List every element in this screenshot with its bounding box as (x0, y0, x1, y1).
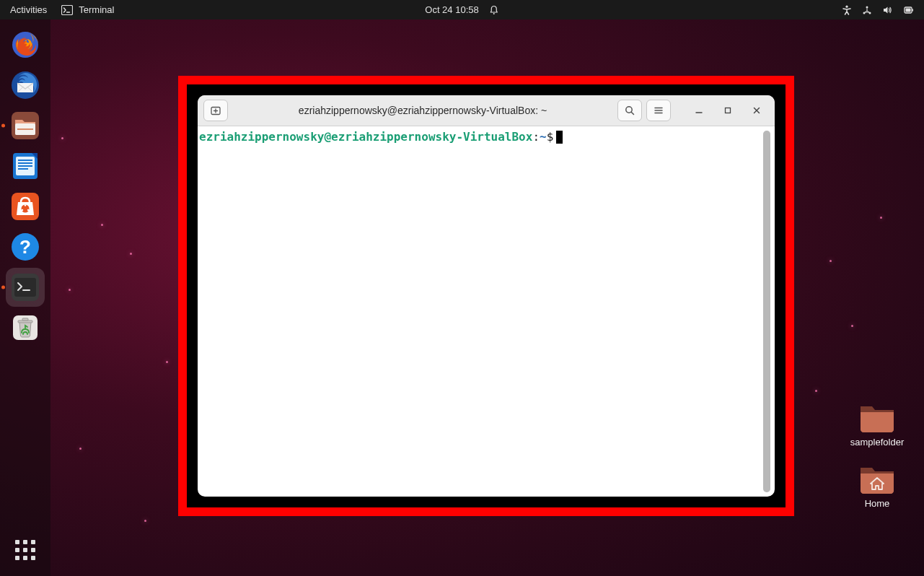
topbar: Activities Terminal Oct 24 10:58 (0, 0, 924, 19)
svg-point-23 (25, 204, 26, 206)
running-indicator-dot (1, 286, 5, 289)
dock: ? (0, 19, 50, 576)
prompt-userhost: ezriahzippernowsky@ezriahzippernowsky-Vi… (199, 130, 532, 144)
cursor (556, 131, 563, 144)
terminal-titlebar[interactable]: ezriahzippernowsky@ezriahzippernowsky-Vi… (198, 95, 775, 126)
running-indicator-dot (1, 124, 5, 128)
ubuntu-software-icon (9, 191, 41, 222)
thunderbird-icon (9, 69, 41, 101)
hamburger-icon (653, 105, 664, 116)
dock-item-thunderbird[interactable] (6, 66, 45, 105)
minimize-icon (695, 106, 703, 115)
svg-rect-14 (17, 128, 33, 130)
terminal-icon (61, 5, 73, 15)
svg-rect-0 (62, 5, 73, 14)
svg-rect-17 (18, 160, 32, 161)
network-icon[interactable] (862, 5, 872, 15)
desktop-home[interactable]: Home (845, 462, 910, 509)
dock-item-ubuntu-software[interactable] (6, 187, 45, 226)
svg-point-4 (866, 6, 868, 8)
dock-item-libreoffice-writer[interactable] (6, 147, 45, 186)
desktop-icon-label: Home (865, 498, 890, 509)
scrollbar-thumb[interactable] (763, 131, 770, 492)
svg-rect-18 (18, 162, 32, 164)
desktop-icons: samplefolder Home (845, 401, 910, 509)
current-app-label: Terminal (79, 4, 114, 15)
hamburger-menu-button[interactable] (646, 100, 671, 121)
desktop-folder-samplefolder[interactable]: samplefolder (845, 401, 910, 448)
highlight-box: ezriahzippernowsky@ezriahzippernowsky-Vi… (178, 76, 794, 516)
search-icon (624, 105, 635, 116)
svg-rect-43 (726, 108, 731, 113)
terminal-body[interactable]: ezriahzippernowsky@ezriahzippernowsky-Vi… (198, 126, 775, 497)
desktop-icon-label: samplefolder (850, 437, 904, 448)
dock-item-firefox[interactable] (6, 25, 45, 64)
svg-text:?: ? (19, 236, 31, 258)
svg-rect-29 (14, 278, 36, 297)
close-icon (752, 106, 761, 115)
svg-point-25 (27, 209, 29, 211)
svg-rect-9 (906, 8, 911, 12)
prompt-sep: : (532, 130, 540, 144)
trash-icon (9, 312, 41, 344)
prompt-path: ~ (540, 130, 547, 144)
terminal-scrollbar[interactable] (763, 131, 770, 492)
libreoffice-writer-icon (9, 150, 41, 182)
svg-rect-19 (18, 165, 32, 167)
clock[interactable]: Oct 24 10:58 (425, 4, 478, 15)
svg-line-38 (631, 112, 633, 114)
dock-item-files[interactable] (6, 106, 45, 145)
files-icon (9, 110, 41, 141)
svg-rect-33 (22, 318, 28, 320)
svg-rect-8 (912, 9, 914, 11)
firefox-icon (9, 29, 41, 61)
dock-item-terminal[interactable] (6, 268, 45, 307)
current-app-indicator[interactable]: Terminal (61, 4, 114, 15)
terminal-window: ezriahzippernowsky@ezriahzippernowsky-Vi… (198, 95, 775, 497)
maximize-button[interactable] (716, 100, 740, 121)
close-button[interactable] (744, 100, 769, 121)
minimize-button[interactable] (687, 100, 711, 121)
maximize-icon (723, 106, 732, 115)
terminal-app-icon (9, 271, 41, 303)
dock-item-trash[interactable] (6, 308, 45, 347)
volume-icon[interactable] (882, 5, 892, 15)
accessibility-icon[interactable] (842, 5, 852, 15)
search-button[interactable] (617, 100, 642, 121)
window-title: ezriahzippernowsky@ezriahzippernowsky-Vi… (232, 105, 613, 116)
dock-item-help[interactable]: ? (6, 227, 45, 266)
help-icon: ? (9, 231, 41, 263)
home-folder-icon (858, 462, 896, 495)
power-icon[interactable] (902, 5, 914, 15)
prompt-dollar: $ (547, 130, 554, 144)
notification-icon[interactable] (489, 5, 499, 15)
svg-point-24 (22, 209, 23, 211)
svg-point-3 (845, 5, 848, 7)
svg-rect-20 (18, 168, 28, 170)
new-tab-button[interactable] (203, 100, 228, 121)
new-tab-icon (210, 105, 221, 116)
show-applications-button[interactable] (9, 534, 41, 566)
folder-icon (858, 401, 896, 434)
svg-point-2 (493, 13, 495, 14)
activities-button[interactable]: Activities (10, 4, 47, 15)
terminal-text: ezriahzippernowsky@ezriahzippernowsky-Vi… (199, 129, 763, 494)
